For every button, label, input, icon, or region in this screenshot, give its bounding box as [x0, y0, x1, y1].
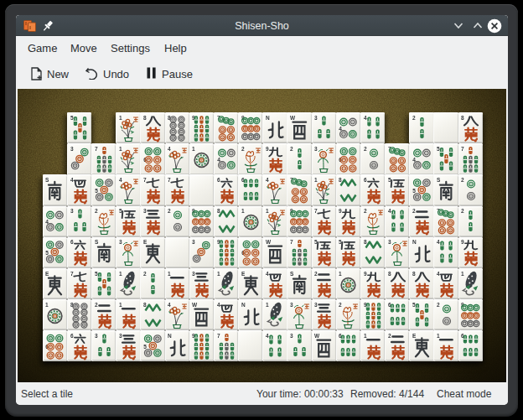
svg-text:1: 1 [119, 271, 122, 277]
svg-text:3: 3 [290, 333, 293, 339]
svg-text:7: 7 [290, 240, 293, 246]
svg-text:3: 3 [314, 115, 318, 121]
svg-text:4: 4 [339, 125, 343, 131]
svg-text:E: E [412, 333, 417, 339]
svg-text:2: 2 [290, 146, 293, 152]
svg-text:8: 8 [364, 240, 367, 246]
svg-text:5: 5 [95, 271, 98, 277]
svg-text:7: 7 [217, 333, 220, 339]
svg-text:8: 8 [143, 115, 147, 121]
svg-text:7: 7 [461, 146, 464, 152]
svg-text:3: 3 [314, 302, 318, 308]
svg-text:1: 1 [241, 209, 245, 215]
svg-text:4: 4 [217, 302, 220, 308]
svg-text:1: 1 [217, 271, 220, 277]
svg-text:3: 3 [314, 146, 318, 152]
svg-text:3: 3 [70, 146, 74, 152]
svg-text:3: 3 [290, 302, 293, 308]
svg-text:5: 5 [46, 250, 49, 256]
svg-text:6: 6 [70, 240, 74, 246]
svg-text:2: 2 [143, 271, 147, 277]
svg-text:2: 2 [412, 209, 416, 215]
svg-text:4: 4 [46, 219, 49, 225]
svg-text:2: 2 [461, 177, 464, 183]
svg-text:9: 9 [461, 240, 464, 246]
svg-text:9: 9 [339, 209, 342, 215]
svg-text:5: 5 [70, 115, 74, 121]
svg-text:5: 5 [437, 146, 440, 152]
svg-text:4: 4 [266, 177, 269, 183]
svg-text:W: W [314, 333, 320, 339]
svg-text:E: E [143, 240, 148, 246]
svg-text:7: 7 [70, 271, 74, 277]
svg-text:3: 3 [119, 240, 122, 246]
svg-text:3: 3 [95, 333, 98, 339]
svg-text:1: 1 [168, 271, 171, 277]
svg-text:8: 8 [388, 271, 391, 277]
svg-text:W: W [192, 302, 198, 308]
svg-text:1: 1 [437, 333, 440, 339]
svg-text:1: 1 [339, 271, 342, 277]
svg-text:4: 4 [266, 333, 269, 339]
svg-text:5: 5 [95, 188, 98, 194]
svg-text:1: 1 [45, 302, 49, 308]
svg-text:3: 3 [119, 333, 122, 339]
svg-text:9: 9 [364, 271, 367, 277]
svg-text:E: E [241, 271, 246, 277]
svg-text:4: 4 [437, 240, 440, 246]
svg-text:3: 3 [192, 271, 195, 277]
svg-text:5: 5 [412, 188, 416, 194]
svg-text:6: 6 [70, 333, 74, 339]
svg-text:4: 4 [168, 302, 171, 308]
svg-text:1: 1 [266, 302, 269, 308]
svg-text:6: 6 [364, 177, 367, 183]
svg-text:E: E [45, 271, 49, 277]
svg-text:4: 4 [437, 271, 440, 277]
svg-text:2: 2 [339, 302, 342, 308]
svg-text:1: 1 [314, 177, 318, 183]
svg-text:9: 9 [266, 146, 269, 152]
svg-text:N: N [241, 302, 246, 308]
svg-text:2: 2 [314, 271, 318, 277]
svg-text:W: W [290, 115, 296, 121]
svg-text:N: N [168, 333, 172, 339]
svg-text:S: S [45, 177, 49, 183]
svg-text:8: 8 [339, 177, 342, 183]
svg-text:3: 3 [143, 209, 147, 215]
svg-text:8: 8 [412, 271, 416, 277]
svg-text:7: 7 [168, 177, 171, 183]
svg-text:5: 5 [412, 302, 416, 308]
svg-text:7: 7 [95, 146, 98, 152]
svg-text:7: 7 [143, 177, 147, 183]
svg-text:2: 2 [437, 302, 440, 308]
svg-text:2: 2 [388, 333, 391, 339]
svg-text:4: 4 [168, 146, 171, 152]
svg-text:1: 1 [119, 115, 122, 121]
svg-text:2: 2 [95, 209, 98, 215]
svg-text:3: 3 [388, 240, 391, 246]
svg-text:4: 4 [364, 115, 367, 121]
svg-text:N: N [266, 115, 270, 121]
svg-text:4: 4 [70, 177, 74, 183]
svg-text:1: 1 [266, 209, 269, 215]
svg-text:2: 2 [461, 209, 464, 215]
svg-text:2: 2 [168, 209, 171, 215]
svg-text:4: 4 [412, 157, 416, 163]
svg-text:W: W [266, 240, 272, 246]
svg-text:N: N [412, 240, 417, 246]
svg-text:1: 1 [119, 302, 122, 308]
svg-text:1: 1 [461, 271, 464, 277]
svg-text:7: 7 [314, 209, 318, 215]
svg-text:S: S [290, 271, 294, 277]
svg-text:4: 4 [217, 157, 220, 163]
svg-text:2: 2 [364, 146, 367, 152]
svg-text:4: 4 [266, 271, 269, 277]
svg-text:8: 8 [217, 209, 220, 215]
svg-text:5: 5 [143, 343, 147, 349]
svg-text:4: 4 [388, 209, 391, 215]
svg-text:6: 6 [217, 177, 220, 183]
svg-text:8: 8 [461, 115, 464, 121]
svg-text:S: S [437, 177, 441, 183]
svg-text:S: S [95, 240, 99, 246]
svg-text:4: 4 [119, 177, 122, 183]
